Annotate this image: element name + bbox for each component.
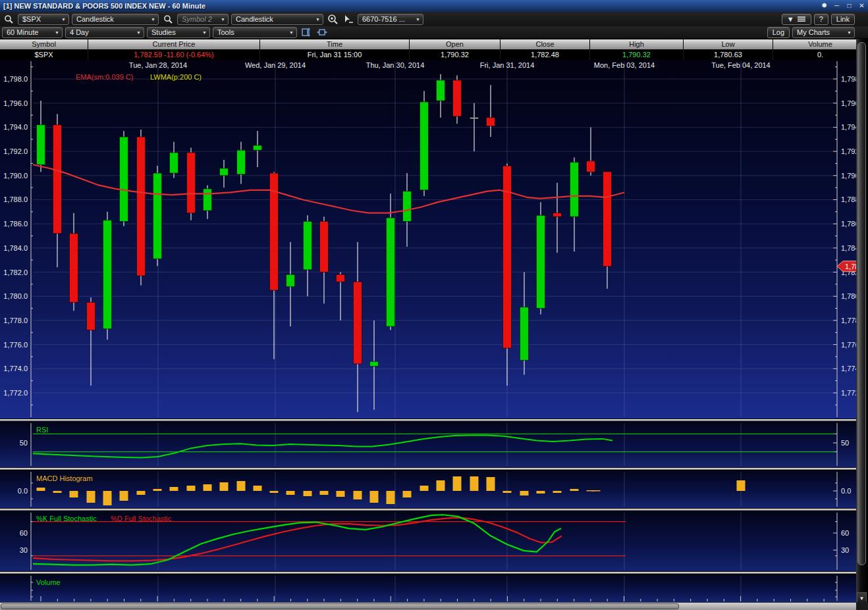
rsi-line [33, 435, 612, 457]
stochastic-k-label: %K Full Stochastic [36, 515, 97, 522]
macd-bar [570, 489, 579, 491]
macd-bar [737, 480, 746, 491]
col-low: Low [684, 39, 773, 49]
volume-panel[interactable]: Volume [0, 574, 856, 602]
macd-bar [487, 477, 495, 491]
candlestick [403, 191, 412, 222]
macd-bar [592, 490, 601, 492]
macd-bar [503, 491, 512, 493]
horizontal-scrollbar[interactable] [0, 602, 856, 610]
candlestick [570, 163, 579, 217]
style2-select[interactable]: Candlestick▼ [231, 14, 323, 25]
open-value: 1,790.32 [410, 49, 501, 60]
maximize-button[interactable]: □ [844, 1, 854, 10]
symbol1-select[interactable]: $SPX▼ [18, 14, 69, 25]
date-label: Thu, Jan 30, 2014 [366, 61, 425, 69]
app-window: [1] NEW STANDARD & POORS 500 INDEX NEW -… [0, 0, 868, 610]
macd-bar [553, 491, 562, 493]
vertical-scrollbar[interactable]: ▼ [856, 39, 868, 610]
macd-bar [87, 491, 95, 503]
macd-label: MACD Histogram [36, 474, 93, 482]
macd-bar [537, 491, 545, 494]
style1-select[interactable]: Candlestick▼ [72, 14, 159, 25]
macd-bar [103, 491, 112, 505]
macd-bar [403, 491, 412, 497]
time-value: Fri, Jan 31 15:00 [260, 49, 410, 60]
macd-bar [520, 491, 529, 496]
candlestick [120, 137, 128, 221]
close-button[interactable]: ✕ [857, 1, 867, 10]
price-axis-label: 1,784.0 [841, 244, 856, 252]
settings-icon[interactable]: ✹ [819, 1, 829, 10]
resize-vertical-icon[interactable] [300, 26, 313, 38]
macd-bar [387, 491, 395, 504]
price-axis-label: 1,780.0 [3, 292, 28, 300]
chevron-down-icon: ▼ [289, 30, 294, 35]
my-charts-select[interactable]: My Charts▼ [792, 27, 855, 38]
symbol2-select[interactable]: Symbol 2▼ [177, 14, 229, 25]
price-axis-label: 1,778.0 [3, 317, 28, 324]
macd-bar [187, 486, 196, 491]
span-select[interactable]: 4 Day▼ [65, 27, 144, 38]
candlestick [304, 221, 312, 269]
macd-bar [254, 486, 262, 491]
candlestick [170, 153, 178, 173]
help-button[interactable]: ? [814, 14, 828, 25]
title-bar[interactable]: [1] NEW STANDARD & POORS 500 INDEX NEW -… [0, 0, 868, 12]
window-title: [1] NEW STANDARD & POORS 500 INDEX NEW -… [3, 2, 205, 10]
stochastic-axis-label: 30 [841, 546, 849, 554]
quote-table: Symbol Current Price Time Open Close Hig… [0, 39, 868, 60]
macd-axis-label: 0.0 [18, 487, 28, 495]
col-volume: Volume [773, 39, 868, 49]
price-axis-label: 1,774.0 [841, 365, 856, 372]
horizontal-scrollbar-thumb[interactable] [1, 603, 679, 609]
date-label: Tue, Jan 28, 2014 [129, 61, 187, 69]
candlestick [87, 302, 95, 330]
bar-range-select[interactable]: 6670-7516 ...▼ [358, 14, 423, 25]
search-icon[interactable] [2, 13, 15, 25]
rsi-panel[interactable]: RSI5050 [0, 422, 856, 467]
minimize-button[interactable]: ─ [832, 1, 842, 10]
macd-bar [203, 484, 212, 491]
price-axis-label: 1,778.0 [841, 317, 856, 324]
candlestick [470, 118, 479, 119]
zoom-in-icon[interactable] [326, 13, 339, 25]
tools-select[interactable]: Tools▼ [213, 27, 297, 38]
macd-bar [220, 482, 229, 491]
chart-menu-button[interactable]: ▼ [782, 14, 811, 25]
chevron-down-icon: ▼ [136, 30, 141, 35]
interval-select[interactable]: 60 Minute▼ [2, 27, 63, 38]
vertical-scrollbar-thumb[interactable] [857, 42, 866, 565]
stochastic-panel[interactable]: %K Full Stochastic%D Full Stochastic6060… [0, 511, 856, 571]
log-button[interactable]: Log [767, 27, 790, 38]
date-label: Wed, Jan 29, 2014 [245, 61, 306, 69]
macd-panel[interactable]: MACD Histogram0.00.0 [0, 470, 856, 508]
rsi-axis-label: 50 [841, 439, 849, 447]
macd-bar [354, 491, 362, 499]
macd-bar [420, 486, 429, 491]
rsi-label: RSI [36, 426, 48, 434]
candlestick [487, 118, 495, 126]
candlestick [337, 274, 345, 282]
studies-select[interactable]: Studies▼ [147, 27, 210, 38]
crosshair-pointer-icon[interactable] [342, 13, 355, 25]
price-chart-panel[interactable]: 1,772.01,772.01,774.01,774.01,776.01,776… [0, 60, 856, 419]
toolbar-row2: 60 Minute▼ 4 Day▼ Studies▼ Tools▼ Log My… [0, 26, 868, 39]
low-value: 1,780.63 [684, 49, 773, 60]
stochastic-axis-label: 30 [20, 546, 28, 554]
price-axis-label: 1,798.0 [841, 75, 856, 83]
resize-horizontal-icon[interactable] [315, 26, 329, 38]
candlestick [53, 125, 62, 234]
volume-value: 0. [773, 49, 868, 60]
scrollbar-corner [856, 602, 868, 610]
link-button[interactable]: Link [831, 14, 855, 25]
date-label: Fri, Jan 31, 2014 [480, 61, 535, 69]
search-icon[interactable] [161, 13, 175, 25]
price-axis-label: 1,772.0 [3, 389, 28, 397]
macd-bar [270, 491, 279, 493]
last-price-tag-text: 1,782 [845, 263, 856, 270]
candlestick [437, 80, 445, 101]
chevron-down-icon: ▼ [847, 30, 852, 35]
price-axis-label: 1,784.0 [3, 244, 28, 252]
price-axis-label: 1,790.0 [841, 172, 856, 180]
